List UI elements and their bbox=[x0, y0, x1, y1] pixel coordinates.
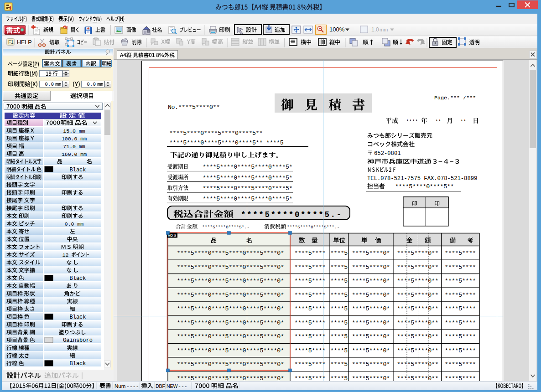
svg-text:****5****0**: ****5****0** bbox=[397, 250, 438, 257]
svg-text:****5****: ****5**** bbox=[445, 250, 476, 257]
svg-text:71.0 mm: 71.0 mm bbox=[63, 144, 85, 150]
svg-text:****5: ****5 bbox=[330, 250, 348, 257]
svg-text:****5****0*: ****5****0* bbox=[352, 305, 390, 312]
svg-text:****5****0*: ****5****0* bbox=[352, 375, 390, 382]
svg-text:1.0: 1.0 bbox=[371, 26, 379, 33]
svg-text:****5****0****5**: ****5****0****5** bbox=[395, 183, 454, 190]
svg-text:Page.*** /***: Page.*** /*** bbox=[434, 95, 476, 101]
svg-text:----: ---- bbox=[126, 383, 139, 389]
svg-text:****5****0*: ****5****0* bbox=[352, 264, 390, 271]
svg-text:****5****0*: ****5****0* bbox=[352, 347, 390, 354]
svg-text:****5: ****5 bbox=[330, 292, 348, 299]
svg-text:****5****0*: ****5****0* bbox=[352, 320, 390, 326]
svg-text:****5****0****5****0****5*: ****5****0****5****0****5* bbox=[203, 164, 292, 170]
svg-text:Black: Black bbox=[69, 314, 86, 320]
svg-text:****5****: ****5**** bbox=[445, 333, 476, 340]
svg-text:---: --- bbox=[178, 383, 187, 389]
svg-text:****5****: ****5**** bbox=[294, 264, 325, 271]
svg-text:15.0 mm: 15.0 mm bbox=[63, 128, 85, 134]
svg-text:Black: Black bbox=[69, 361, 86, 367]
svg-text:****5****: ****5**** bbox=[294, 305, 325, 312]
svg-text:****5****: ****5**** bbox=[445, 320, 476, 326]
svg-text:**: ** bbox=[435, 119, 441, 124]
svg-text:0.0: 0.0 bbox=[87, 82, 96, 87]
svg-text:No.****5****0**: No.****5****0** bbox=[168, 104, 220, 111]
svg-text:****5****0**: ****5****0** bbox=[397, 278, 438, 284]
svg-text:****5****0**: ****5****0** bbox=[397, 347, 438, 354]
svg-text:****5****0****5****0****5****0: ****5****0****5****0****5****0* bbox=[177, 347, 284, 354]
svg-text:0.0 mm: 0.0 mm bbox=[65, 221, 84, 227]
svg-text:****5****0****5****0****5*: ****5****0****5****0****5* bbox=[203, 175, 292, 181]
svg-text:Gainsboro: Gainsboro bbox=[63, 337, 93, 344]
svg-text:160.0 mm: 160.0 mm bbox=[62, 151, 87, 157]
svg-text:****5****0****5****0****5****0: ****5****0****5****0****5****0* bbox=[177, 333, 284, 340]
svg-text:****5****0****5****0****5****0: ****5****0****5****0****5****0* bbox=[177, 305, 284, 312]
svg-text:****5****: ****5**** bbox=[294, 375, 325, 382]
svg-text:****5****: ****5**** bbox=[445, 347, 476, 354]
svg-text:****5****0**: ****5****0** bbox=[397, 320, 438, 326]
svg-text:****5****0*: ****5****0* bbox=[352, 278, 390, 284]
svg-text:****5****: ****5**** bbox=[294, 278, 325, 284]
svg-text:****5****: ****5**** bbox=[294, 250, 325, 257]
svg-text:****5****0**: ****5****0** bbox=[397, 264, 438, 271]
svg-text:****5****: ****5**** bbox=[294, 320, 325, 326]
svg-text:Black: Black bbox=[69, 275, 86, 282]
svg-text:****5****0**: ****5****0** bbox=[397, 305, 438, 312]
svg-text:****5: ****5 bbox=[330, 375, 348, 382]
svg-text:****5****0****5****0****5****0: ****5****0****5****0****5****0* bbox=[177, 250, 284, 257]
svg-text:100%: 100% bbox=[329, 26, 345, 33]
svg-text:****5****0****5****0****5****0: ****5****0****5****0****5****0* bbox=[177, 375, 284, 382]
svg-text:****5****: ****5**** bbox=[294, 361, 325, 368]
svg-text:****5****0****5****0****5**: ****5****0****5****0****5** bbox=[169, 130, 263, 137]
svg-text:****: **** bbox=[406, 119, 418, 124]
svg-text:****5: ****5 bbox=[330, 305, 348, 312]
svg-text:****5****0****5.-: ****5****0****5.- bbox=[241, 210, 343, 219]
svg-text:****5****: ****5**** bbox=[445, 278, 476, 284]
svg-text:****5: ****5 bbox=[330, 320, 348, 326]
svg-text:****5****0****5***.-: ****5****0****5***.- bbox=[287, 225, 340, 230]
svg-text:****5****0****5****0****5****0: ****5****0****5****0****5****0* bbox=[177, 292, 284, 299]
svg-text:****5: ****5 bbox=[330, 264, 348, 271]
svg-text:100.0 mm: 100.0 mm bbox=[62, 136, 87, 142]
svg-text:****5: ****5 bbox=[330, 333, 348, 340]
svg-text:TEL.078-521-7575 FAX.078-521-: TEL.078-521-7575 FAX.078-521-8899 bbox=[367, 175, 477, 182]
svg-text:****5****: ****5**** bbox=[294, 333, 325, 340]
svg-text:****5****0****5****0****5*: ****5****0****5****0****5* bbox=[203, 185, 292, 192]
svg-text:****5****: ****5**** bbox=[445, 375, 476, 382]
svg-text:652-0801: 652-0801 bbox=[374, 150, 401, 157]
svg-text:HELP: HELP bbox=[17, 39, 32, 46]
svg-text:****5****0*: ****5****0* bbox=[352, 361, 390, 368]
svg-text:****5****0*: ****5****0* bbox=[352, 333, 390, 340]
svg-text:****5****0*: ****5****0* bbox=[352, 292, 390, 299]
svg-text:****5****: ****5**** bbox=[445, 305, 476, 312]
svg-text:****5****0****5*.-: ****5****0****5*.- bbox=[202, 225, 250, 230]
svg-text:****5****0**: ****5****0** bbox=[397, 361, 438, 368]
svg-text:****5****0**: ****5****0** bbox=[397, 375, 438, 382]
svg-text:****5****: ****5**** bbox=[445, 264, 476, 271]
svg-text:****5****0**: ****5****0** bbox=[397, 292, 438, 299]
svg-text:0.0: 0.0 bbox=[45, 82, 54, 87]
svg-text:12: 12 bbox=[62, 252, 69, 258]
svg-text:mm: mm bbox=[380, 27, 388, 32]
svg-text:****5****0****5****0****5**: ****5****0****5****0****5** ****5 bbox=[169, 139, 284, 146]
svg-text:****5****0****5****0****5****0: ****5****0****5****0****5****0* bbox=[177, 361, 284, 368]
svg-text:****5****0****5****0****5*: ****5****0****5****0****5* bbox=[203, 196, 292, 202]
svg-text:****5****0****5****0****5****0: ****5****0****5****0****5****0* bbox=[177, 278, 284, 284]
svg-text:****5****0*: ****5****0* bbox=[352, 250, 390, 257]
svg-text:Black: Black bbox=[69, 167, 86, 173]
svg-text:Num: Num bbox=[114, 383, 125, 389]
svg-text:****5: ****5 bbox=[330, 361, 348, 368]
svg-text:****5****: ****5**** bbox=[294, 347, 325, 354]
svg-text:****5: ****5 bbox=[330, 278, 348, 284]
svg-text:****5: ****5 bbox=[330, 347, 348, 354]
svg-text:****5****: ****5**** bbox=[445, 361, 476, 368]
svg-text:F1: F1 bbox=[8, 40, 14, 45]
svg-text:****5****: ****5**** bbox=[445, 292, 476, 299]
svg-text:****5****: ****5**** bbox=[294, 292, 325, 299]
svg-text:**: ** bbox=[460, 119, 466, 124]
svg-text:****5****0**: ****5****0** bbox=[397, 333, 438, 340]
svg-text:****5****0****5****0****5****0: ****5****0****5****0****5****0* bbox=[177, 320, 284, 326]
svg-text:DBF: DBF bbox=[156, 383, 165, 389]
svg-text:****5****0****5****0****5****0: ****5****0****5****0****5****0* bbox=[177, 264, 284, 271]
